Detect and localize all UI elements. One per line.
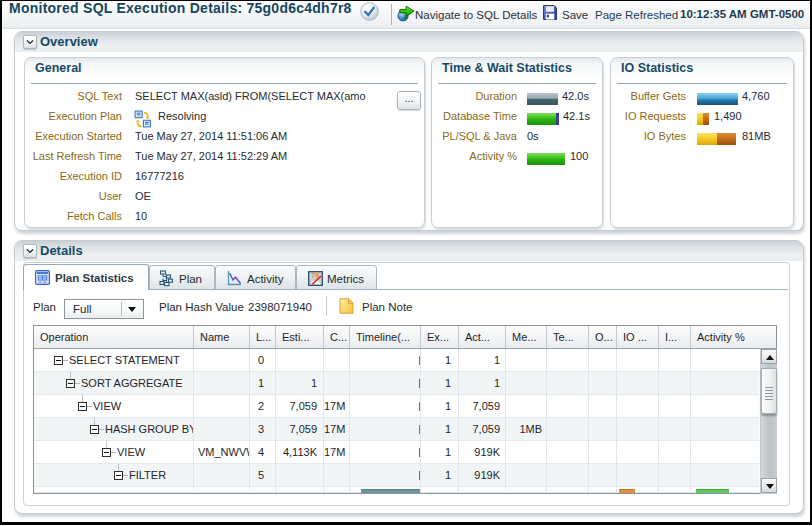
svg-text:70: 70 [311, 273, 320, 280]
